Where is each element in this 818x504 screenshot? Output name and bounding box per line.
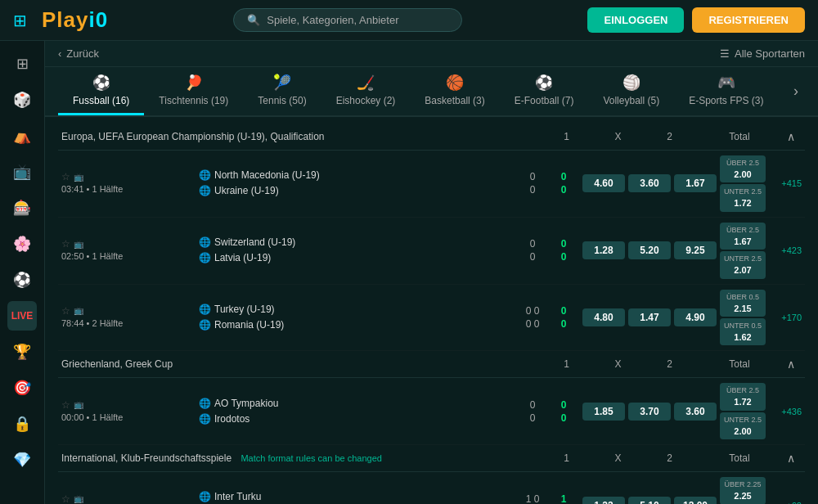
col-x-1: X xyxy=(596,358,640,370)
col-1-0: 1 xyxy=(544,131,589,142)
live-score-home: 1 xyxy=(561,493,567,504)
match-info: ☆ 📺 00:00 • 1 Hälfte xyxy=(61,399,192,424)
col-total-2: Total xyxy=(699,452,780,464)
col-x-0: X xyxy=(596,131,640,142)
odd-1-button[interactable]: 1.85 xyxy=(582,403,625,421)
more-bets[interactable]: +62 xyxy=(769,501,802,504)
odd-x-button[interactable]: 3.70 xyxy=(628,403,671,421)
sidebar-icon-lock[interactable]: 🔒 xyxy=(7,409,37,439)
odd-1-button[interactable]: 4.60 xyxy=(582,174,625,192)
under-button[interactable]: UNTER 2.52.07 xyxy=(720,251,766,278)
main-content: ‹ Zurück ☰ Alle Sportarten ⚽ Fussball (1… xyxy=(45,41,818,504)
live-score-col: 0 0 xyxy=(551,305,576,330)
tab-esports[interactable]: 🎮 E-Sports FPS (3) xyxy=(674,67,778,115)
team1-name: 🌐 Inter Turku xyxy=(199,489,514,504)
tab-eishockey-label: Eishockey (2) xyxy=(336,95,396,106)
favorite-icon[interactable]: ☆ xyxy=(61,171,70,182)
tab-esports-label: E-Sports FPS (3) xyxy=(689,95,763,106)
more-bets[interactable]: +423 xyxy=(769,245,802,255)
over-button[interactable]: ÜBER 2.52.00 xyxy=(720,155,766,182)
under-button[interactable]: UNTER 2.52.00 xyxy=(720,412,766,439)
col-total-0: Total xyxy=(699,131,780,142)
favorite-icon[interactable]: ☆ xyxy=(61,399,70,411)
live-score-home: 0 xyxy=(561,399,567,411)
sidebar-icon-soccer[interactable]: ⚽ xyxy=(7,265,37,295)
tab-tischtennis[interactable]: 🏓 Tischtennis (19) xyxy=(144,67,243,115)
league-collapse-0[interactable]: ∧ xyxy=(787,130,795,143)
odd-1-button[interactable]: 1.23 xyxy=(582,497,625,504)
flag-icon: 🌐 xyxy=(199,302,211,317)
team1-name: 🌐 Switzerland (U-19) xyxy=(199,235,514,250)
match-time: 02:50 • 1 Hälfte xyxy=(61,251,192,261)
sidebar-icon-trophy[interactable]: 🏆 xyxy=(7,337,37,367)
match-row: ☆ 📺 02:50 • 1 Hälfte 🌐 Switzerland (U-19… xyxy=(58,218,805,285)
sidebar-icon-target[interactable]: 🎯 xyxy=(7,373,37,403)
live-score-away: 0 xyxy=(561,184,567,196)
match-info: ☆ 📺 03:41 • 1 Hälfte xyxy=(61,171,192,196)
sidebar-toggle-icon[interactable]: ⊞ xyxy=(13,11,27,30)
search-box[interactable]: 🔍 Spiele, Kategorien, Anbieter xyxy=(233,8,462,32)
score-col: 1 0 0 0 xyxy=(520,493,545,504)
sidebar-icon-casino[interactable]: 🎲 xyxy=(7,85,37,115)
odd-x-button[interactable]: 5.20 xyxy=(628,241,671,259)
over-button[interactable]: ÜBER 2.51.67 xyxy=(720,223,766,250)
odd-x-button[interactable]: 3.60 xyxy=(628,174,671,192)
tv-icon: 📺 xyxy=(74,494,83,503)
over-button[interactable]: ÜBER 2.252.25 xyxy=(720,477,766,504)
tab-fussball[interactable]: ⚽ Fussball (16) xyxy=(58,67,144,115)
back-button[interactable]: ‹ Zurück xyxy=(58,47,99,60)
under-button[interactable]: UNTER 0.51.62 xyxy=(720,318,766,345)
favorite-icon[interactable]: ☆ xyxy=(61,493,70,504)
score-home: 0 0 xyxy=(526,305,540,317)
sidebar-icon-slots[interactable]: 🎰 xyxy=(7,193,37,223)
col-2-2: 2 xyxy=(647,452,692,464)
league-collapse-1[interactable]: ∧ xyxy=(787,358,795,371)
score-col: 0 0 xyxy=(520,238,545,263)
tab-volleyball[interactable]: 🏐 Volleyball (5) xyxy=(588,67,674,115)
over-button[interactable]: ÜBER 0.52.15 xyxy=(720,290,766,317)
league-collapse-2[interactable]: ∧ xyxy=(787,452,795,465)
tab-eishockey[interactable]: 🏒 Eishockey (2) xyxy=(321,67,411,115)
more-bets[interactable]: +415 xyxy=(769,178,802,188)
more-bets[interactable]: +436 xyxy=(769,407,802,416)
tab-tennis[interactable]: 🎾 Tennis (50) xyxy=(243,67,321,115)
odd-1-button[interactable]: 1.28 xyxy=(582,241,625,259)
nav-bar: ‹ Zurück ☰ Alle Sportarten xyxy=(45,41,818,67)
odd-2-button[interactable]: 3.60 xyxy=(674,403,717,421)
all-sports-label: Alle Sportarten xyxy=(735,47,805,60)
team1-name: 🌐 North Macedonia (U-19) xyxy=(199,168,514,183)
odd-x-button[interactable]: 1.47 xyxy=(628,308,671,326)
odd-x-button[interactable]: 5.10 xyxy=(628,497,671,504)
search-area: 🔍 Spiele, Kategorien, Anbieter xyxy=(108,8,587,32)
register-button[interactable]: REGISTRIEREN xyxy=(692,7,805,33)
sidebar-icon-grid[interactable]: ⊞ xyxy=(7,49,37,79)
odds-group: 1.85 3.70 3.60 ÜBER 2.51.72 UNTER 2.52.0… xyxy=(582,383,802,439)
sidebar-icon-tv[interactable]: 📺 xyxy=(7,157,37,187)
over-button[interactable]: ÜBER 2.51.72 xyxy=(720,383,766,410)
under-button[interactable]: UNTER 2.51.72 xyxy=(720,184,766,211)
favorite-icon[interactable]: ☆ xyxy=(61,238,70,250)
tv-icon: 📺 xyxy=(74,173,83,182)
sidebar-icon-diamond[interactable]: 💎 xyxy=(7,445,37,475)
tabs-next-button[interactable]: › xyxy=(787,76,805,106)
more-bets[interactable]: +170 xyxy=(769,313,802,322)
favorite-icon[interactable]: ☆ xyxy=(61,305,70,317)
sidebar-icon-live-active[interactable]: LIVE xyxy=(7,301,37,331)
login-button[interactable]: EINLOGGEN xyxy=(587,7,684,33)
league-title-0: Europa, UEFA European Championship (U-19… xyxy=(61,131,491,142)
odd-2-button[interactable]: 4.90 xyxy=(674,308,717,326)
odd-2-button[interactable]: 1.67 xyxy=(674,174,717,192)
sport-tabs: ⚽ Fussball (16) 🏓 Tischtennis (19) 🎾 Ten… xyxy=(45,67,818,117)
odd-1-button[interactable]: 4.80 xyxy=(582,308,625,326)
tab-basketball[interactable]: 🏀 Basketball (3) xyxy=(410,67,499,115)
col-x-2: X xyxy=(596,452,640,464)
odd-2-button[interactable]: 12.00 xyxy=(674,497,717,504)
sidebar-icon-live[interactable]: ⛺ xyxy=(7,121,37,151)
match-row: ☆ 📺 03:41 • 1 Hälfte 🌐 North Macedonia (… xyxy=(58,151,805,218)
flag-icon: 🌐 xyxy=(199,250,211,266)
sidebar-icon-special[interactable]: 🌸 xyxy=(7,229,37,259)
tab-efootball[interactable]: ⚽ E-Football (7) xyxy=(500,67,589,115)
all-sports-button[interactable]: ☰ Alle Sportarten xyxy=(720,47,805,60)
league-cols-2: 1 X 2 Total ∧ xyxy=(491,452,802,465)
odd-2-button[interactable]: 9.25 xyxy=(674,241,717,259)
